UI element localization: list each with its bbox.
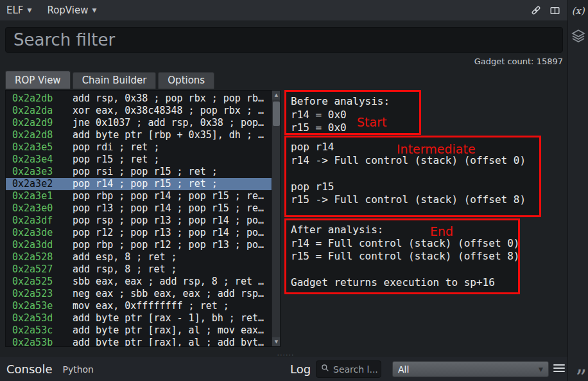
gadget-instruction: add byte ptr [rax], al ; add byt… — [73, 337, 264, 346]
intermediate-annotation: Intermediate — [397, 142, 476, 156]
search-filter-input[interactable] — [5, 27, 563, 53]
log-filter-select[interactable]: All ▼ — [392, 361, 549, 377]
scrollbar[interactable]: ▲ ▼ — [272, 91, 280, 346]
gadget-instruction: pop r13 ; pop r14 ; pop r15 ; re… — [73, 202, 264, 215]
gadget-address: 0x2a2d9 — [6, 117, 73, 129]
gadget-row[interactable]: 0x2a2daxor eax, 0x38c48348 ; pop rbx ; … — [6, 105, 272, 117]
gadget-row[interactable]: 0x2a53emov eax, 0xffffffff ; ret ; — [6, 300, 272, 312]
after-analysis-box: After analysis: r14 = Full control (stac… — [284, 218, 520, 294]
gadget-instruction: add rsp, 8 ; ret ; — [73, 263, 177, 276]
tab-python[interactable]: Python — [62, 364, 94, 375]
gadget-instruction: pop r14 ; pop r15 ; ret ; — [73, 178, 218, 190]
menu-elf-label: ELF — [6, 4, 23, 16]
right-sidebar: (x) ” — [567, 0, 588, 381]
menu-ropview[interactable]: RopView ▼ — [47, 4, 96, 16]
gadget-row[interactable]: 0x2a3e5pop rdi ; ret ; — [6, 141, 272, 154]
gadget-instruction: add byte ptr [rax - 1], bh ; ret… — [73, 312, 264, 324]
split-view-icon[interactable] — [549, 4, 561, 17]
gadget-row[interactable]: 0x2a3dfpop rsp ; pop r13 ; pop r14 ; po… — [6, 215, 272, 227]
scrollbar-thumb[interactable] — [273, 102, 280, 126]
gadget-address: 0x2a53c — [6, 324, 73, 337]
scroll-down-icon[interactable]: ▼ — [272, 337, 281, 346]
log-filter-value: All — [398, 364, 409, 375]
gadget-instruction: xor eax, 0x38c48348 ; pop rbx ; … — [73, 105, 264, 117]
gadget-address: 0x2a3e3 — [6, 166, 73, 178]
tab-options[interactable]: Options — [158, 72, 214, 89]
gadget-address: 0x2a53e — [6, 300, 73, 312]
gadget-row[interactable]: 0x2a2d9jne 0x1037 ; add rsp, 0x38 ; pop… — [6, 117, 272, 129]
before-analysis-box: Before analysis: r14 = 0x0 r15 = 0x0 Sta… — [284, 90, 421, 135]
menu-ropview-label: RopView — [47, 4, 88, 16]
gadget-row[interactable]: 0x2a3e4pop r15 ; ret ; — [6, 154, 272, 166]
gadget-instruction: add byte ptr [rax], al ; mov eax… — [73, 324, 264, 337]
gadget-address: 0x2a2da — [6, 105, 73, 117]
intermediate-analysis-box: pop r14 r14 -> Full control (stack) (off… — [284, 136, 541, 217]
gadget-instruction: pop rsi ; pop r15 ; ret ; — [73, 166, 218, 178]
tab-rop-view[interactable]: ROP View — [5, 71, 71, 89]
gadget-address: 0x2a53d — [6, 312, 73, 324]
gadget-address: 0x2a53b — [6, 337, 73, 346]
layers-icon[interactable] — [571, 28, 586, 46]
gadget-row[interactable]: 0x2a53cadd byte ptr [rax], al ; mov eax… — [6, 324, 272, 337]
gadget-address: 0x2a3df — [6, 215, 73, 227]
tab-console[interactable]: Console — [6, 362, 52, 376]
after-analysis-text: After analysis: r14 = Full control (stac… — [286, 220, 518, 293]
gadget-address: 0x2a3e5 — [6, 141, 73, 154]
gadget-list-panel: 0x2a2dbadd rsp, 0x38 ; pop rbx ; pop rb…… — [5, 90, 281, 347]
gadget-row[interactable]: 0x2a2dbadd rsp, 0x38 ; pop rbx ; pop rb… — [6, 93, 272, 105]
log-search-box[interactable] — [316, 360, 381, 378]
gadget-address: 0x2a3e0 — [6, 202, 73, 215]
gadget-instruction: jne 0x1037 ; add rsp, 0x38 ; pop… — [73, 117, 264, 129]
log-search-input[interactable] — [333, 364, 378, 375]
log-label: Log — [290, 362, 311, 376]
view-tabs: ROP View Chain Builder Options — [5, 71, 214, 89]
gadget-row[interactable]: 0x2a53dadd byte ptr [rax - 1], bh ; ret… — [6, 312, 272, 324]
link-icon[interactable] — [530, 4, 542, 17]
tab-chain-builder[interactable]: Chain Builder — [73, 72, 157, 89]
gadget-instruction: pop rbp ; pop r12 ; pop r13 ; po… — [73, 239, 264, 251]
gadget-address: 0x2a3e4 — [6, 154, 73, 166]
gadget-instruction: pop rdi ; ret ; — [73, 141, 159, 154]
menu-icon[interactable] — [553, 362, 565, 374]
gadget-row[interactable]: 0x2a3ddpop rbp ; pop r12 ; pop r13 ; po… — [6, 239, 272, 251]
gadget-row[interactable]: 0x2a523neg eax ; sbb eax, eax ; add rsp… — [6, 288, 272, 300]
gadget-instruction: add esp, 8 ; ret ; — [73, 251, 177, 263]
gadget-address: 0x2a523 — [6, 288, 73, 300]
gadget-row[interactable]: 0x2a53badd byte ptr [rax], al ; add byt… — [6, 337, 272, 346]
before-analysis-text: Before analysis: r14 = 0x0 r15 = 0x0 — [286, 92, 419, 138]
quote-logo: ” — [576, 367, 587, 381]
gadget-row[interactable]: 0x2a2d8add byte ptr [rbp + 0x35], dh ; … — [6, 129, 272, 141]
gadget-row[interactable]: 0x2a3e3pop rsi ; pop r15 ; ret ; — [6, 166, 272, 178]
gadget-instruction: add rsp, 0x38 ; pop rbx ; pop rb… — [73, 93, 264, 105]
chevron-down-icon: ▼ — [27, 7, 31, 13]
gadget-row[interactable]: 0x2a525sbb eax, eax ; add rsp, 8 ; ret … — [6, 276, 272, 288]
gadget-row[interactable]: 0x2a3e2pop r14 ; pop r15 ; ret ; — [6, 178, 272, 190]
gadget-address: 0x2a528 — [6, 251, 73, 263]
gadget-address: 0x2a525 — [6, 276, 73, 288]
gadget-instruction: mov eax, 0xffffffff ; ret ; — [73, 300, 229, 312]
gadget-row[interactable]: 0x2a3e1pop rbp ; pop r14 ; pop r15 ; re… — [6, 190, 272, 202]
gadget-address: 0x2a2db — [6, 93, 73, 105]
gadget-address: 0x2a2d8 — [6, 129, 73, 141]
bottom-bar: Console Python Log All ▼ — [0, 357, 567, 381]
gadget-row[interactable]: 0x2a3e0pop r13 ; pop r14 ; pop r15 ; re… — [6, 202, 272, 215]
start-annotation: Start — [357, 115, 386, 129]
gadget-instruction: add byte ptr [rbp + 0x35], dh ; … — [73, 129, 264, 141]
gadget-instruction: pop r12 ; pop r13 ; pop r14 ; po… — [73, 227, 264, 239]
gadget-address: 0x2a3dd — [6, 239, 73, 251]
function-x-icon[interactable]: (x) — [571, 5, 584, 17]
gadget-instruction: pop r15 ; ret ; — [73, 154, 159, 166]
gadget-instruction: pop rbp ; pop r14 ; pop r15 ; re… — [73, 190, 264, 202]
gadget-address: 0x2a527 — [6, 263, 73, 276]
gadget-row[interactable]: 0x2a3depop r12 ; pop r13 ; pop r14 ; po… — [6, 227, 272, 239]
scroll-up-icon[interactable]: ▲ — [272, 91, 281, 100]
chevron-down-icon: ▼ — [539, 366, 543, 373]
gadget-instruction: sbb eax, eax ; add rsp, 8 ; ret … — [73, 276, 264, 288]
gadget-address: 0x2a3e2 — [6, 178, 73, 190]
menu-elf[interactable]: ELF ▼ — [6, 4, 31, 16]
end-annotation: End — [430, 224, 453, 238]
gadget-list: 0x2a2dbadd rsp, 0x38 ; pop rbx ; pop rb…… — [6, 91, 272, 346]
gadget-row[interactable]: 0x2a527add rsp, 8 ; ret ; — [6, 263, 272, 276]
gadget-row[interactable]: 0x2a528add esp, 8 ; ret ; — [6, 251, 272, 263]
gadget-address: 0x2a3de — [6, 227, 73, 239]
